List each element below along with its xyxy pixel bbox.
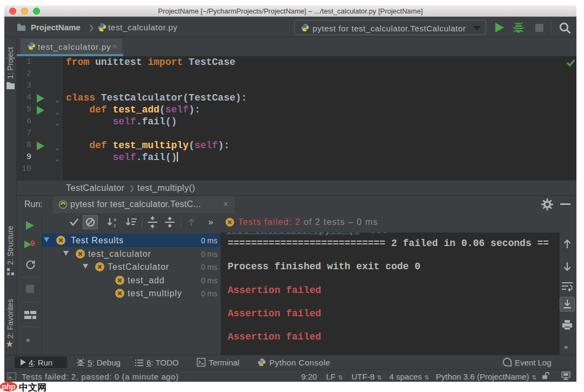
svg-text:a: a — [114, 217, 116, 222]
svg-text:z: z — [114, 223, 116, 228]
